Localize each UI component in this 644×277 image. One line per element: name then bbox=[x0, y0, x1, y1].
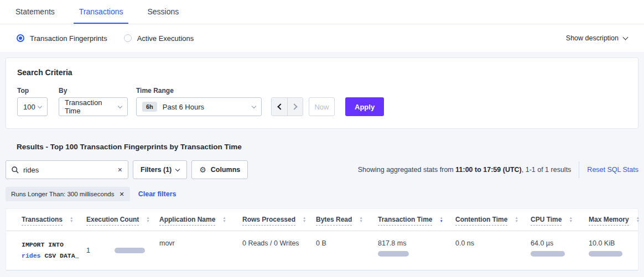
sort-icon[interactable]: ▲▼ bbox=[439, 216, 443, 223]
by-select[interactable]: Transaction Time bbox=[59, 97, 128, 116]
column-header-execution-count[interactable]: Execution Count ▲▼ bbox=[86, 216, 159, 226]
column-header-transactions[interactable]: Transactions ▲▼ bbox=[22, 216, 86, 226]
table-row[interactable]: IMPORT INTO rides CSV DATA_ 1 movr 0 Rea… bbox=[6, 231, 638, 270]
reset-sql-stats-link[interactable]: Reset SQL Stats bbox=[587, 166, 638, 174]
filters-button[interactable]: Filters (1) bbox=[133, 160, 187, 179]
top-select-value: 100 bbox=[23, 103, 35, 111]
time-range-value: Past 6 Hours bbox=[163, 103, 204, 111]
summary-suffix: , 1-1 of 1 results bbox=[522, 166, 572, 174]
by-select-value: Transaction Time bbox=[65, 98, 118, 115]
by-field: By Transaction Time bbox=[59, 87, 136, 116]
sort-icon[interactable]: ▲▼ bbox=[146, 216, 149, 223]
cell-transaction-time: 817.8 ms bbox=[378, 239, 455, 261]
search-criteria-panel: Search Criteria Top 100 By Transaction T… bbox=[6, 58, 638, 129]
show-description-toggle[interactable]: Show description bbox=[566, 34, 627, 42]
filter-chip[interactable]: Runs Longer Than: 300 milliseconds ✕ bbox=[6, 187, 130, 201]
results-heading: Results - Top 100 Transaction Fingerprin… bbox=[17, 143, 638, 151]
now-button[interactable]: Now bbox=[309, 97, 335, 116]
chevron-down-icon bbox=[118, 103, 122, 108]
columns-button[interactable]: ⚙ Columns bbox=[191, 160, 248, 179]
results-search-box[interactable]: × bbox=[6, 160, 128, 179]
clear-filters-link[interactable]: Clear filters bbox=[138, 190, 176, 198]
top-select[interactable]: 100 bbox=[17, 97, 48, 116]
sql-line-1: IMPORT INTO bbox=[22, 239, 86, 250]
chevron-left-icon bbox=[277, 103, 283, 109]
tab-statements[interactable]: Statements bbox=[10, 0, 60, 24]
time-range-select[interactable]: 6h Past 6 Hours bbox=[136, 97, 262, 116]
sort-icon[interactable]: ▲▼ bbox=[569, 216, 572, 223]
column-header-application-name[interactable]: Application Name ▲▼ bbox=[159, 216, 242, 226]
sort-icon[interactable]: ▲▼ bbox=[636, 216, 640, 223]
cell-rows-processed: 0 Reads / 0 Writes bbox=[242, 239, 316, 261]
summary-prefix: Showing aggregated stats from bbox=[358, 166, 456, 174]
search-criteria-controls: Top 100 By Transaction Time Time Range 6… bbox=[17, 87, 627, 116]
sort-icon[interactable]: ▲▼ bbox=[70, 216, 73, 223]
top-navigation: Statements Transactions Sessions Transac… bbox=[0, 0, 644, 52]
results-search-input[interactable] bbox=[23, 166, 118, 174]
top-label: Top bbox=[17, 87, 59, 95]
clear-search-icon[interactable]: × bbox=[118, 166, 122, 174]
top-field: Top 100 bbox=[17, 87, 59, 116]
chevron-down-icon bbox=[252, 103, 256, 108]
column-header-max-memory[interactable]: Max Memory ▲▼ bbox=[589, 216, 640, 226]
sql-highlight: rides bbox=[22, 252, 41, 259]
sort-icon[interactable]: ▲▼ bbox=[222, 216, 226, 223]
time-range-badge: 6h bbox=[142, 102, 157, 112]
column-header-transaction-time[interactable]: Transaction Time ▲▼ bbox=[378, 216, 455, 226]
next-time-window-button[interactable] bbox=[287, 98, 303, 116]
filters-label: Filters (1) bbox=[141, 166, 172, 174]
cell-max-memory: 10.0 KiB bbox=[589, 239, 630, 261]
by-label: By bbox=[59, 87, 136, 95]
column-header-contention-time[interactable]: Contention Time ▲▼ bbox=[455, 216, 531, 226]
sort-icon[interactable]: ▲▼ bbox=[515, 216, 518, 223]
max-memory-bar bbox=[589, 251, 622, 257]
sort-icon[interactable]: ▲▼ bbox=[359, 216, 362, 223]
results-toolbar: × Filters (1) ⚙ Columns Showing aggregat… bbox=[6, 160, 638, 179]
view-toggle-row: Transaction Fingerprints Active Executio… bbox=[0, 24, 644, 52]
cell-application-name: movr bbox=[159, 239, 242, 261]
column-header-rows-processed[interactable]: Rows Processed ▲▼ bbox=[242, 216, 316, 226]
summary-time-range: 11:00 to 17:59 (UTC) bbox=[455, 166, 521, 174]
tab-sessions[interactable]: Sessions bbox=[142, 0, 184, 24]
cell-contention-time: 0.0 ns bbox=[455, 239, 531, 261]
active-filters-row: Runs Longer Than: 300 milliseconds ✕ Cle… bbox=[6, 187, 638, 201]
search-criteria-title: Search Criteria bbox=[17, 68, 627, 77]
filter-chip-label: Runs Longer Than: 300 milliseconds bbox=[11, 191, 114, 197]
columns-label: Columns bbox=[211, 166, 240, 174]
vertical-divider bbox=[579, 161, 579, 178]
results-summary-area: Showing aggregated stats from 11:00 to 1… bbox=[358, 161, 638, 178]
radio-selected-icon[interactable] bbox=[17, 34, 24, 42]
radio-label: Transaction Fingerprints bbox=[30, 34, 107, 43]
radio-unselected-icon[interactable] bbox=[124, 34, 132, 42]
time-range-field: Time Range 6h Past 6 Hours bbox=[136, 87, 262, 116]
search-icon bbox=[12, 166, 19, 174]
time-window-pager bbox=[271, 97, 303, 116]
table-header-row: Transactions ▲▼ Execution Count ▲▼ Appli… bbox=[6, 209, 638, 231]
chevron-down-icon bbox=[623, 35, 629, 40]
previous-time-window-button[interactable] bbox=[272, 98, 287, 116]
apply-button[interactable]: Apply bbox=[345, 97, 384, 116]
cell-bytes-read: 0 B bbox=[316, 239, 378, 261]
cell-execution-count: 1 bbox=[86, 239, 159, 261]
cpu-time-bar bbox=[531, 251, 565, 257]
column-header-bytes-read[interactable]: Bytes Read ▲▼ bbox=[316, 216, 378, 226]
show-description-label: Show description bbox=[566, 34, 619, 42]
transaction-time-bar bbox=[378, 251, 409, 257]
cell-cpu-time: 64.0 µs bbox=[531, 239, 589, 261]
radio-transaction-fingerprints[interactable]: Transaction Fingerprints bbox=[17, 34, 107, 43]
transactions-table: Transactions ▲▼ Execution Count ▲▼ Appli… bbox=[6, 208, 638, 271]
chevron-right-icon bbox=[291, 103, 297, 109]
results-summary: Showing aggregated stats from 11:00 to 1… bbox=[358, 166, 572, 174]
radio-active-executions[interactable]: Active Executions bbox=[124, 34, 194, 43]
time-range-label: Time Range bbox=[136, 87, 262, 95]
remove-filter-icon[interactable]: ✕ bbox=[119, 191, 124, 198]
column-header-cpu-time[interactable]: CPU Time ▲▼ bbox=[531, 216, 589, 226]
sql-activity-tabs: Statements Transactions Sessions bbox=[0, 0, 644, 24]
chevron-down-icon bbox=[175, 166, 180, 171]
gear-icon: ⚙ bbox=[199, 166, 206, 174]
cell-transaction-fingerprint[interactable]: IMPORT INTO rides CSV DATA_ bbox=[22, 239, 86, 261]
radio-label: Active Executions bbox=[137, 34, 194, 43]
sort-icon[interactable]: ▲▼ bbox=[303, 216, 306, 223]
tab-transactions[interactable]: Transactions bbox=[74, 0, 129, 24]
sql-line-2: rides CSV DATA_ bbox=[22, 250, 86, 262]
